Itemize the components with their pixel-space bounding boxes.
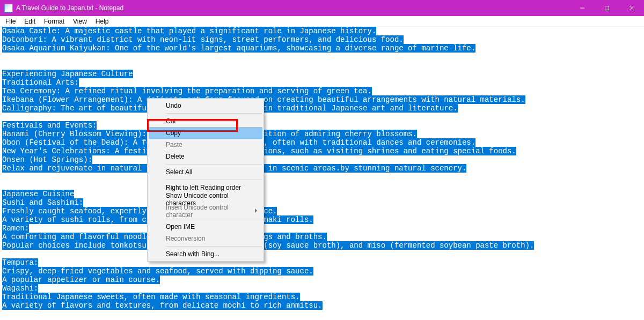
text-line: A variety of sushi rolls, from classic n… <box>2 215 642 224</box>
text-line: Calligraphy: The art of beautiful handwr… <box>2 104 642 113</box>
text-line: Onsen (Hot Springs): <box>2 155 642 164</box>
text-line: Hanami (Cherry Blossom Viewing): A popul… <box>2 130 642 138</box>
context-menu-delete[interactable]: Delete <box>149 151 262 162</box>
text-line: A popular appetizer or main course. <box>2 276 642 284</box>
context-menu-undo[interactable]: Undo <box>149 100 262 111</box>
text-line: Crispy, deep-fried vegetables and seafoo… <box>2 267 642 276</box>
text-line: Osaka Aquarium Kaiyukan: One of the worl… <box>2 44 642 53</box>
text-line: Traditional Japanese sweets, often made … <box>2 293 642 301</box>
text-line: Tea Ceremony: A refined ritual involving… <box>2 87 642 95</box>
context-menu-open-ime[interactable]: Open IME <box>149 221 262 233</box>
text-line: Ikebana (Flower Arrangement): A delicate… <box>2 95 642 104</box>
context-menu-search-with-bing[interactable]: Search with Bing... <box>149 248 262 260</box>
context-menu-separator <box>166 180 262 180</box>
menu-edit[interactable]: Edit <box>20 17 40 26</box>
text-line: Traditional Arts: <box>2 78 642 87</box>
context-menu-separator <box>166 246 262 247</box>
text-line: A variety of flavors and textures, from … <box>2 301 642 310</box>
title-bar: A Travel Guide to Japan.txt - Notepad <box>0 0 644 16</box>
text-line: Festivals and Events: <box>2 121 642 130</box>
context-menu-separator <box>166 113 262 114</box>
text-line: Experiencing Japanese Culture <box>2 70 642 78</box>
minimize-button[interactable] <box>570 0 595 16</box>
text-line: A comforting and flavorful noodle soup w… <box>2 233 642 241</box>
text-line <box>2 181 642 190</box>
context-menu-separator <box>166 164 262 165</box>
menu-help[interactable]: Help <box>91 17 113 26</box>
text-line <box>2 250 642 258</box>
text-line: Wagashi: <box>2 284 642 293</box>
context-menu: UndoCutCopyPasteDeleteSelect AllRight to… <box>147 98 264 262</box>
text-line <box>2 53 642 61</box>
menu-bar: File Edit Format View Help <box>0 16 644 27</box>
menu-file[interactable]: File <box>1 17 20 26</box>
context-menu-paste: Paste <box>149 139 262 151</box>
close-button[interactable] <box>619 0 644 16</box>
text-editor[interactable]: Osaka Castle: A majestic castle that pla… <box>0 27 644 320</box>
maximize-button[interactable] <box>595 0 619 16</box>
text-line: Sushi and Sashimi: <box>2 198 642 207</box>
window-title: A Travel Guide to Japan.txt - Notepad <box>16 4 123 12</box>
text-line: Relax and rejuvenate in natural hot spri… <box>2 164 642 173</box>
text-line: Osaka Castle: A majestic castle that pla… <box>2 27 642 35</box>
text-line: New Year's Celebrations: A festive time … <box>2 147 642 155</box>
text-line: Obon (Festival of the Dead): A festival … <box>2 138 642 147</box>
svg-rect-1 <box>605 6 609 10</box>
context-menu-separator <box>166 219 262 219</box>
context-menu-select-all[interactable]: Select All <box>149 166 262 178</box>
menu-format[interactable]: Format <box>40 17 69 26</box>
text-line: Dotonbori: A vibrant district with neon-… <box>2 35 642 44</box>
context-menu-copy[interactable]: Copy <box>149 127 262 139</box>
text-line <box>2 61 642 70</box>
text-line: Popular choices include tonkotsu (pork b… <box>2 241 642 250</box>
text-line: Tempura: <box>2 258 642 267</box>
context-menu-reconversion: Reconversion <box>149 233 262 244</box>
text-line <box>2 113 642 121</box>
text-line: Japanese Cuisine <box>2 190 642 198</box>
notepad-icon <box>4 4 13 12</box>
context-menu-cut[interactable]: Cut <box>149 115 262 127</box>
text-line: Ramen: <box>2 224 642 233</box>
text-line <box>2 173 642 181</box>
menu-view[interactable]: View <box>69 17 91 26</box>
context-menu-insert-unicode-control-character: Insert Unicode control character <box>149 205 262 217</box>
text-line: Freshly caught seafood, expertly sliced … <box>2 207 642 215</box>
chevron-right-icon <box>255 209 257 213</box>
